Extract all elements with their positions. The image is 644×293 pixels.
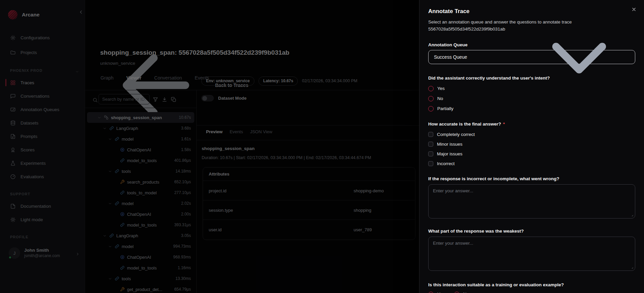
sidebar-item-datasets[interactable]: Datasets [0, 116, 85, 130]
chevron-down-icon[interactable] [103, 126, 107, 131]
profile-menu-item[interactable]: J John Smith jsmith@arcane.com [0, 242, 85, 261]
span-duration: 13.30ms [175, 276, 191, 281]
copy-icon[interactable] [171, 96, 176, 102]
chevron-down-icon [75, 69, 79, 74]
span-label: search_products [127, 180, 159, 185]
tree-row-chatopenai[interactable]: ChatOpenAI2.00s [87, 209, 194, 219]
answer-textarea-weakest[interactable] [428, 237, 635, 271]
radio-icon[interactable] [428, 86, 434, 91]
details-tabs: PreviewEventsJSON View [206, 129, 272, 134]
toggle-knob [202, 96, 207, 101]
search-input[interactable] [98, 94, 150, 104]
tree-row-chatopenai[interactable]: ChatOpenAI1.58s [87, 144, 194, 155]
tree-row-langgraph[interactable]: LangGraph3.68s [87, 123, 194, 134]
chevron-down-icon[interactable] [103, 234, 107, 238]
profile-email: jsmith@arcane.com [24, 253, 60, 259]
radio-icon[interactable] [428, 292, 434, 293]
sidebar-item-evaluations[interactable]: Evaluations [0, 170, 85, 183]
tree-row-model-to-tools[interactable]: model_to_tools1.16ms [87, 262, 194, 273]
radio-option-no[interactable]: No [428, 96, 635, 101]
tab-conversation[interactable]: Conversation [154, 75, 182, 81]
workspace-section-header[interactable]: PHOENIX PROD [0, 65, 85, 76]
question-went-wrong: If the response is incorrect or incomple… [428, 176, 635, 218]
checkbox-icon[interactable] [428, 132, 433, 137]
tree-row-tools[interactable]: tools13.30ms [87, 273, 194, 284]
radio-option-yes[interactable]: Yes [428, 292, 445, 293]
span-duration: 994.73ms [173, 244, 191, 249]
sidebar-item-scores[interactable]: Scores [0, 143, 85, 156]
link-icon [115, 244, 119, 249]
span-duration: 3.68s [181, 126, 191, 131]
span-duration: 1.58s [181, 147, 191, 152]
sidebar-item-light-mode[interactable]: Light mode [0, 213, 85, 226]
tree-row-model[interactable]: model994.73ms [87, 241, 194, 252]
span-duration: 277.10µs [174, 190, 191, 195]
radio-option-yes[interactable]: Yes [428, 86, 635, 91]
checkbox-icon[interactable] [428, 142, 433, 147]
sidebar-item-projects[interactable]: Projects [0, 45, 85, 60]
sidebar-item-documentation[interactable]: Documentation [0, 199, 85, 213]
checkbox-option-incorrect[interactable]: Incorrect [428, 161, 635, 166]
details-tab-events[interactable]: Events [230, 129, 243, 134]
annotation-queue-select[interactable]: Success Queue [428, 50, 635, 64]
tab-graph[interactable]: Graph [100, 75, 114, 81]
span-duration: 14.18ms [175, 169, 191, 174]
tab-viewer[interactable]: Viewer [126, 75, 142, 81]
checkbox-icon[interactable] [428, 161, 433, 166]
checkbox-icon[interactable] [428, 151, 433, 156]
checkbox-option-major-issues[interactable]: Major issues [428, 151, 635, 156]
tree-row-chatopenai[interactable]: ChatOpenAI968.93ms [87, 252, 194, 262]
answer-textarea-went-wrong[interactable] [428, 184, 635, 218]
dataset-mode-label: Dataset Mode [218, 96, 247, 101]
sidebar-item-configurations[interactable]: Configurations [0, 30, 85, 45]
chevron-down-icon [529, 7, 630, 107]
dataset-mode-toggle[interactable] [201, 95, 214, 101]
tree-row-model-to-tools[interactable]: model_to_tools393.31µs [87, 219, 194, 230]
chevron-down-icon[interactable] [108, 137, 112, 141]
chevron-down-icon[interactable] [108, 201, 112, 206]
radio-option-partially[interactable]: Partially [428, 106, 635, 111]
tree-row-model[interactable]: model1.61s [87, 134, 194, 144]
link-icon [120, 223, 125, 227]
sidebar-item-conversations[interactable]: Conversations [0, 89, 85, 103]
sidebar-item-experiments[interactable]: Experiments [0, 156, 85, 170]
option-label: Yes [437, 86, 445, 91]
radio-icon[interactable] [454, 292, 459, 293]
sidebar-item-traces[interactable]: Traces [0, 76, 85, 89]
details-tab-preview[interactable]: Preview [206, 129, 223, 134]
radio-icon[interactable] [428, 106, 434, 111]
chevron-down-icon[interactable] [108, 169, 112, 174]
details-tab-json-view[interactable]: JSON View [250, 129, 272, 134]
sidebar-item-annotation-queues[interactable]: Annotation Queues [0, 103, 85, 116]
chevron-down-icon[interactable] [97, 115, 102, 120]
close-icon [631, 7, 637, 12]
sidebar-item-label: Evaluations [21, 174, 44, 179]
filter-icon[interactable] [153, 96, 158, 102]
radio-icon[interactable] [428, 96, 434, 101]
main-tabs: GraphViewerConversationEvents [100, 75, 209, 81]
option-label: Yes [437, 292, 445, 293]
attribute-key: project.id [209, 188, 227, 193]
sidebar-item-prompts[interactable]: Prompts [0, 130, 85, 143]
chevron-down-icon[interactable] [108, 277, 112, 281]
checkbox-option-minor-issues[interactable]: Minor issues [428, 142, 635, 147]
tree-row-langgraph[interactable]: LangGraph3.05s [87, 230, 194, 241]
tree-row-search-products[interactable]: search_products652.10µs [87, 177, 194, 187]
sidebar-item-label: Prompts [21, 134, 37, 139]
span-duration: 968.93ms [173, 255, 191, 259]
checkbox-option-completely-correct[interactable]: Completely correct [428, 132, 635, 137]
close-icon[interactable] [631, 6, 637, 11]
span-label: model [122, 244, 133, 249]
tree-row-model[interactable]: model2.02s [87, 198, 194, 209]
chevron-down-icon[interactable] [108, 244, 112, 249]
download-icon[interactable] [162, 96, 167, 102]
radio-option-no[interactable]: No [454, 292, 469, 293]
tree-row-tools[interactable]: tools14.18ms [87, 166, 194, 177]
sidebar-collapse-icon[interactable] [78, 9, 84, 15]
attribute-key: session.type [209, 207, 233, 212]
span-label: ChatOpenAI [127, 212, 151, 217]
tree-row-model-to-tools[interactable]: model_to_tools401.86µs [87, 155, 194, 166]
tree-row-tools-to-model[interactable]: tools_to_model277.10µs [87, 187, 194, 198]
tree-row-get-product-det[interactable]: get_product_det...654.79µs [87, 284, 194, 293]
tree-row-shopping-session-span[interactable]: shopping_session_span10.67s [87, 112, 194, 123]
